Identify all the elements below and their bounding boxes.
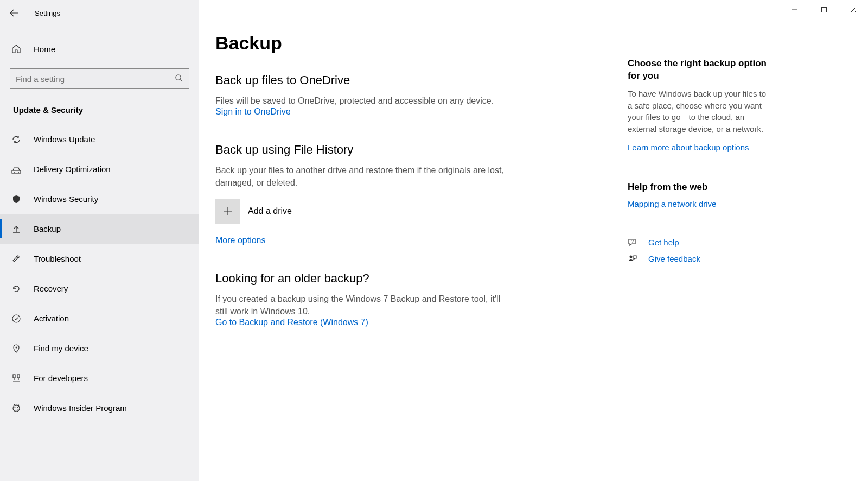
svg-text:?: ?	[631, 239, 634, 243]
home-icon	[11, 43, 22, 54]
nav-item-find-my-device[interactable]: Find my device	[0, 333, 199, 363]
feedback-icon	[628, 254, 637, 264]
check-circle-icon	[11, 313, 22, 324]
help-heading: Help from the web	[628, 181, 769, 194]
search-icon	[175, 74, 183, 82]
svg-rect-7	[17, 375, 20, 378]
nav-label: For developers	[34, 374, 88, 383]
help-icon: ?	[628, 238, 637, 248]
backup-restore-link[interactable]: Go to Backup and Restore (Windows 7)	[215, 318, 368, 327]
shield-icon	[11, 194, 22, 205]
learn-more-link[interactable]: Learn more about backup options	[628, 143, 769, 152]
app-title: Settings	[35, 9, 60, 17]
svg-point-3	[18, 172, 19, 173]
page-title: Backup	[215, 33, 628, 54]
nav-label: Delivery Optimization	[34, 164, 111, 174]
add-drive-label: Add a drive	[248, 206, 292, 216]
sync-icon	[11, 134, 22, 145]
section-older-backup: Looking for an older backup? If you crea…	[215, 271, 628, 327]
delivery-icon	[11, 164, 22, 175]
nav-label: Backup	[34, 224, 61, 233]
recovery-icon	[11, 283, 22, 294]
minimize-button[interactable]	[780, 0, 809, 20]
get-help-link[interactable]: ? Get help	[628, 238, 769, 248]
titlebar: Settings	[0, 0, 199, 26]
nav-item-windows-insider[interactable]: Windows Insider Program	[0, 393, 199, 423]
back-button[interactable]	[9, 8, 20, 18]
side-help-web: Help from the web Mapping a network driv…	[628, 181, 769, 208]
nav-item-for-developers[interactable]: For developers	[0, 363, 199, 393]
more-options-link[interactable]: More options	[215, 236, 266, 245]
svg-point-9	[15, 407, 16, 408]
svg-point-5	[16, 346, 17, 348]
sign-in-onedrive-link[interactable]: Sign in to OneDrive	[215, 107, 291, 116]
nav-item-activation[interactable]: Activation	[0, 303, 199, 333]
nav-label: Windows Update	[34, 135, 95, 144]
svg-point-13	[630, 255, 633, 258]
nav-label: Find my device	[34, 344, 88, 353]
nav-item-backup[interactable]: Backup	[0, 214, 199, 244]
filehistory-body: Back up your files to another drive and …	[215, 164, 508, 189]
nav-label: Recovery	[34, 284, 68, 293]
window-controls	[780, 0, 868, 20]
svg-rect-11	[822, 8, 827, 12]
filehistory-heading: Back up using File History	[215, 143, 628, 157]
nav-item-troubleshoot[interactable]: Troubleshoot	[0, 244, 199, 274]
svg-rect-6	[13, 375, 15, 378]
developers-icon	[11, 373, 22, 384]
give-feedback-label: Give feedback	[648, 254, 700, 263]
sidebar: Settings Home Update & Security Windows …	[0, 0, 199, 481]
nav-label: Windows Insider Program	[34, 403, 127, 413]
older-body: If you created a backup using the Window…	[215, 293, 508, 318]
nav-label: Troubleshoot	[34, 254, 81, 263]
side-choose-option: Choose the right backup option for you T…	[628, 58, 769, 152]
choose-heading: Choose the right backup option for you	[628, 58, 769, 83]
plus-icon	[223, 206, 233, 216]
arrow-left-icon	[10, 9, 18, 17]
search-input[interactable]	[10, 68, 189, 89]
category-title: Update & Security	[0, 89, 199, 124]
location-icon	[11, 343, 22, 354]
svg-point-4	[12, 315, 20, 322]
nav-label: Windows Security	[34, 194, 98, 204]
section-file-history: Back up using File History Back up your …	[215, 143, 628, 245]
get-help-label: Get help	[648, 238, 679, 247]
nav-item-windows-update[interactable]: Windows Update	[0, 124, 199, 154]
svg-point-0	[176, 75, 181, 80]
nav-item-delivery-optimization[interactable]: Delivery Optimization	[0, 154, 199, 184]
onedrive-heading: Back up files to OneDrive	[215, 73, 628, 87]
insider-icon	[11, 403, 22, 414]
wrench-icon	[11, 254, 22, 264]
choose-body: To have Windows back up your files to a …	[628, 88, 769, 135]
give-feedback-link[interactable]: Give feedback	[628, 254, 769, 264]
nav-item-recovery[interactable]: Recovery	[0, 274, 199, 303]
main: Backup Back up files to OneDrive Files w…	[199, 0, 868, 481]
svg-point-10	[17, 407, 18, 408]
add-drive-row[interactable]: Add a drive	[215, 199, 628, 224]
nav-home-label: Home	[34, 45, 55, 54]
svg-rect-1	[12, 170, 21, 173]
close-button[interactable]	[839, 0, 868, 20]
nav-item-windows-security[interactable]: Windows Security	[0, 184, 199, 214]
svg-point-2	[14, 172, 15, 173]
nav-label: Activation	[34, 314, 69, 323]
add-drive-button[interactable]	[215, 199, 240, 224]
search-wrap	[0, 62, 199, 89]
maximize-button[interactable]	[809, 0, 839, 20]
onedrive-body: Files will be saved to OneDrive, protect…	[215, 95, 508, 107]
older-heading: Looking for an older backup?	[215, 271, 628, 286]
mapping-drive-link[interactable]: Mapping a network drive	[628, 199, 769, 208]
section-onedrive: Back up files to OneDrive Files will be …	[215, 73, 628, 117]
backup-icon	[11, 224, 22, 235]
nav-home[interactable]: Home	[0, 36, 199, 62]
